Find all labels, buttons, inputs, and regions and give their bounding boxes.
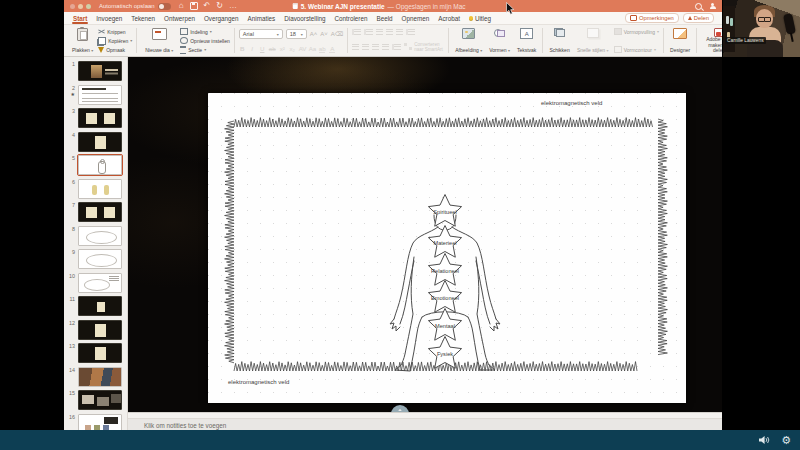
underline-button[interactable]: U <box>259 46 266 52</box>
bold-button[interactable]: B <box>239 46 246 52</box>
cut-button[interactable]: Knippen <box>98 28 132 35</box>
superscript-button[interactable]: x² <box>279 46 286 52</box>
notes-placeholder[interactable]: Klik om notities toe te voegen <box>128 419 722 429</box>
numbering-icon[interactable] <box>364 29 373 35</box>
comments-button[interactable]: Opmerkingen <box>625 13 679 23</box>
slide-canvas[interactable]: SpiritueelMaterieelRelationeelEmotioneel… <box>208 93 686 403</box>
slide-thumbnail-13[interactable] <box>78 343 122 363</box>
slide-thumbnail-2[interactable] <box>78 85 122 105</box>
slide-thumbnail-14[interactable] <box>78 367 122 387</box>
tab-start[interactable]: Start <box>72 12 88 24</box>
settings-gear-icon[interactable]: ⚙ <box>781 435 791 446</box>
slide-thumbnail-1[interactable] <box>78 61 122 81</box>
highlight-color-button[interactable]: ab <box>319 46 326 52</box>
slide-thumbnail-9[interactable] <box>78 249 122 269</box>
justify-icon[interactable] <box>382 44 389 50</box>
font-color-button[interactable]: A <box>329 46 336 52</box>
tab-animaties[interactable]: Animaties <box>247 12 277 24</box>
paste-button[interactable]: Plakken ▾ <box>70 27 95 54</box>
adobe-pdf-button[interactable]: Adobe PDF maken en delen <box>701 27 722 54</box>
font-size-select[interactable]: 18▾ <box>286 29 307 39</box>
slide-thumbnail-3[interactable] <box>78 108 122 128</box>
close-window-button[interactable] <box>70 4 75 9</box>
format-painter-button[interactable]: Opmaak <box>98 46 132 53</box>
undo-icon[interactable]: ↶ <box>204 2 211 10</box>
tab-tekenen[interactable]: Tekenen <box>130 12 156 24</box>
tab-opnemen[interactable]: Opnemen <box>401 12 431 24</box>
slide-thumbnail-10[interactable] <box>78 273 122 293</box>
change-case-button[interactable]: Aa <box>309 46 316 52</box>
subscript-button[interactable]: x₂ <box>289 46 296 52</box>
textbox-button[interactable]: A Tekstvak <box>515 27 538 54</box>
picture-button[interactable]: Afbeelding ▾ <box>453 27 484 54</box>
redo-icon[interactable]: ↻ <box>216 2 223 10</box>
convert-smartart-button[interactable]: Converteren naar SmartArt <box>404 42 444 52</box>
tab-diavoorstelling[interactable]: Diavoorstelling <box>283 12 326 24</box>
shapes-button[interactable]: Vormen ▾ <box>487 27 512 54</box>
tab-controleren[interactable]: Controleren <box>334 12 369 24</box>
arrange-button[interactable]: Schikken <box>547 27 571 54</box>
text-direction-icon[interactable] <box>406 29 415 35</box>
italic-button[interactable]: I <box>249 46 256 52</box>
slide-thumb-row: 7 <box>66 202 127 222</box>
search-icon[interactable] <box>695 3 702 10</box>
layout-icon <box>180 28 188 35</box>
save-icon[interactable] <box>190 2 198 10</box>
slide-thumbnail-4[interactable] <box>78 132 122 152</box>
reset-button[interactable]: Opnieuw instellen <box>180 37 229 44</box>
line-spacing-icon[interactable] <box>396 29 403 35</box>
slide-thumbnail-list: 12★345678910111213141516 <box>64 61 127 434</box>
tab-invoegen[interactable]: Invoegen <box>95 12 123 24</box>
copy-icon <box>98 37 106 45</box>
increase-indent-icon[interactable] <box>386 29 393 35</box>
field-label-bottom: elektromagnetisch veld <box>228 379 289 385</box>
new-slide-button[interactable]: Nieuwe dia ▾ <box>141 27 177 54</box>
zoom-window-button[interactable] <box>86 4 91 9</box>
clear-formatting-icon[interactable]: A⌫ <box>331 31 344 37</box>
slide-thumbnail-7[interactable] <box>78 202 122 222</box>
bullets-icon[interactable] <box>352 29 361 35</box>
decrease-indent-icon[interactable] <box>376 29 383 35</box>
slide-thumb-row: 13 <box>66 343 127 363</box>
minimize-window-button[interactable] <box>78 4 83 9</box>
slide-number: 5 <box>72 155 75 161</box>
decrease-font-icon[interactable]: A˅ <box>320 31 328 37</box>
shape-outline-button[interactable]: Vormcontour ▾ <box>614 46 659 53</box>
tab-ontwerpen[interactable]: Ontwerpen <box>163 12 196 24</box>
align-left-icon[interactable] <box>352 44 359 50</box>
align-right-icon[interactable] <box>372 44 379 50</box>
slide-panel: 12★345678910111213141516 <box>64 57 128 435</box>
tab-uitleg[interactable]: Uitleg <box>468 12 492 24</box>
slide-thumbnail-15[interactable] <box>78 390 122 410</box>
tab-acrobat[interactable]: Acrobat <box>437 12 461 24</box>
shape-fill-button[interactable]: Vormopvulling ▾ <box>614 28 659 35</box>
align-center-icon[interactable] <box>362 44 369 50</box>
speaker-icon[interactable] <box>758 435 770 445</box>
tab-overgangen[interactable]: Overgangen <box>203 12 240 24</box>
copy-button[interactable]: Kopiëren ▾ <box>98 37 132 44</box>
slide-thumbnail-6[interactable] <box>78 179 122 199</box>
slide-thumbnail-8[interactable] <box>78 226 122 246</box>
slide-thumbnail-11[interactable] <box>78 296 122 316</box>
slide-thumbnail-5[interactable] <box>78 155 122 175</box>
document-title: 5. Webinar AJN presentatie <box>301 3 385 10</box>
tab-beeld[interactable]: Beeld <box>375 12 393 24</box>
quick-styles-button[interactable]: Snelle stijlen ▾ <box>575 27 611 54</box>
strikethrough-button[interactable]: ab <box>269 46 276 52</box>
increase-font-icon[interactable]: A˄ <box>310 31 318 37</box>
home-icon[interactable]: ⌂ <box>179 2 184 10</box>
account-icon[interactable] <box>709 3 716 10</box>
figure-label: Fysiek <box>437 351 453 357</box>
more-commands-icon[interactable]: … <box>229 2 237 10</box>
font-name-select[interactable]: Arial▾ <box>239 29 283 39</box>
columns-icon[interactable] <box>392 44 401 50</box>
share-button[interactable]: Delen <box>683 13 714 23</box>
section-button[interactable]: Sectie ▾ <box>180 46 229 53</box>
character-spacing-button[interactable]: AV <box>299 46 306 52</box>
slide-thumbnail-12[interactable] <box>78 320 122 340</box>
autosave-toggle[interactable] <box>158 3 171 10</box>
window-controls <box>70 4 91 9</box>
layout-button[interactable]: Indeling ▾ <box>180 28 229 35</box>
designer-button[interactable]: Designer <box>668 27 692 54</box>
scissors-icon <box>98 29 105 35</box>
